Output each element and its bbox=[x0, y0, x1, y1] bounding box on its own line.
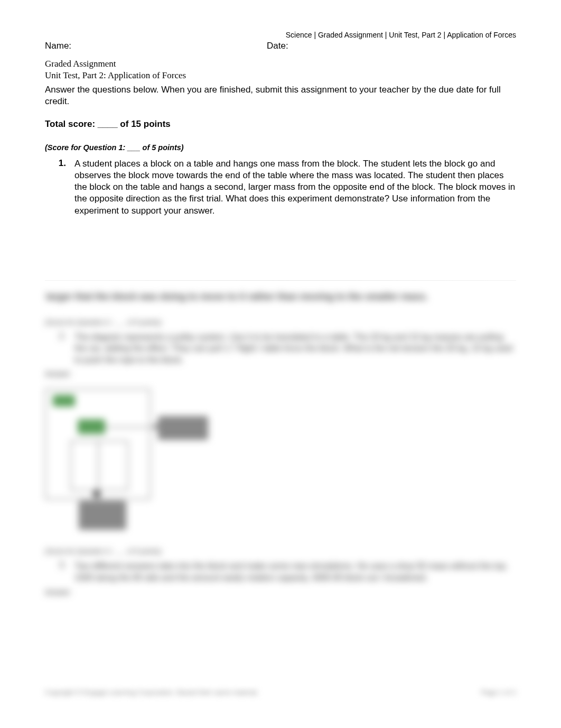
question-3-score: (Score for Question 3: ___ of 5 points) bbox=[45, 547, 516, 555]
total-score: Total score: ____ of 15 points bbox=[45, 119, 516, 130]
question-2-score: (Score for Question 2: ___ of 5 points) bbox=[45, 318, 516, 326]
question-3-number: 3. bbox=[45, 560, 74, 583]
question-1: 1. A student places a block on a table a… bbox=[45, 158, 516, 216]
footer-page-number: Page 1 of 2 bbox=[481, 688, 517, 696]
instructions-text: Answer the questions below. When you are… bbox=[45, 84, 516, 107]
breadcrumb: Science | Graded Assignment | Unit Test,… bbox=[45, 31, 516, 39]
question-2-text: The diagram represents a pulley system. … bbox=[74, 331, 516, 366]
question-3-text: Two different answers take into the bloc… bbox=[74, 560, 516, 583]
question-1-number: 1. bbox=[45, 158, 74, 216]
unit-title: Unit Test, Part 2: Application of Forces bbox=[45, 70, 516, 81]
name-label: Name: bbox=[45, 41, 267, 51]
footer-copyright: Copyright © Engage Learning Corporation.… bbox=[45, 688, 259, 696]
date-label: Date: bbox=[267, 41, 288, 51]
assignment-title: Graded Assignment bbox=[45, 59, 516, 69]
question-2-number: 2. bbox=[45, 331, 74, 366]
answer-label-2: Answer: bbox=[45, 370, 516, 378]
footer: Copyright © Engage Learning Corporation.… bbox=[45, 688, 516, 696]
question-3: 3. Two different answers take into the b… bbox=[45, 560, 516, 583]
question-1-text: A student places a block on a table and … bbox=[74, 158, 516, 216]
pulley-diagram bbox=[45, 383, 219, 537]
blurred-content: larger that the block was doing to move … bbox=[45, 291, 516, 596]
question-2: 2. The diagram represents a pulley syste… bbox=[45, 331, 516, 366]
blurred-answer-line: larger that the block was doing to move … bbox=[45, 291, 516, 302]
divider bbox=[45, 280, 516, 281]
answer-label-3: Answer: bbox=[45, 588, 516, 596]
question-1-score: (Score for Question 1: ___ of 5 points) bbox=[45, 143, 516, 152]
